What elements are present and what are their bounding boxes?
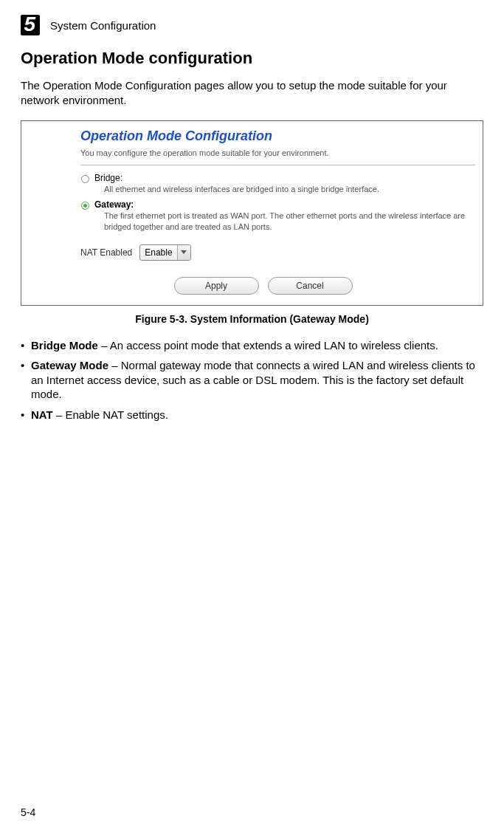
figure-caption: Figure 5-3. System Information (Gateway … (21, 313, 483, 325)
def-nat: – Enable NAT settings. (53, 408, 168, 421)
radio-unchecked-icon (80, 174, 90, 184)
section-title: Operation Mode configuration (21, 49, 483, 68)
list-item: • NAT – Enable NAT settings. (21, 408, 483, 422)
cancel-button[interactable]: Cancel (268, 277, 353, 295)
definition-list: • Bridge Mode – An access point mode tha… (21, 338, 483, 422)
section-intro: The Operation Mode Configuration pages a… (21, 78, 483, 107)
page-header: 5 System Configuration (21, 15, 483, 35)
nat-select-value: Enable (140, 247, 176, 258)
gateway-radio-row[interactable]: Gateway: (80, 199, 475, 210)
bullet-icon: • (21, 338, 31, 353)
screenshot-subtitle: You may configure the operation mode sui… (80, 148, 475, 157)
screenshot-title: Operation Mode Configuration (80, 128, 475, 144)
button-row: Apply Cancel (51, 277, 475, 295)
bullet-icon: • (21, 408, 31, 422)
bridge-radio-desc: All ethernet and wireless interfaces are… (104, 184, 475, 195)
config-screenshot: Operation Mode Configuration You may con… (21, 120, 483, 306)
gateway-radio-label: Gateway: (94, 199, 134, 210)
chapter-number-badge: 5 (21, 15, 40, 35)
bridge-radio-label: Bridge: (94, 173, 122, 183)
nat-row: NAT Enabled Enable (80, 244, 475, 261)
def-bridge: – An access point mode that extends a wi… (98, 339, 438, 352)
radio-checked-icon (80, 201, 90, 210)
chapter-title: System Configuration (50, 19, 156, 32)
divider (80, 165, 475, 165)
svg-point-0 (82, 176, 89, 183)
page-number: 5-4 (21, 806, 35, 818)
term-nat: NAT (31, 408, 53, 421)
nat-label: NAT Enabled (80, 247, 132, 258)
svg-point-2 (83, 204, 87, 208)
gateway-radio-desc: The first ethernet port is treated as WA… (104, 210, 475, 233)
list-item: • Gateway Mode – Normal gateway mode tha… (21, 358, 483, 402)
list-item: • Bridge Mode – An access point mode tha… (21, 338, 483, 353)
bridge-radio-row[interactable]: Bridge: (80, 173, 475, 184)
bullet-icon: • (21, 358, 31, 402)
term-gateway: Gateway Mode (31, 359, 108, 371)
chevron-down-icon (177, 245, 190, 260)
apply-button[interactable]: Apply (174, 277, 259, 295)
svg-marker-3 (181, 250, 187, 254)
term-bridge: Bridge Mode (31, 339, 98, 352)
nat-select[interactable]: Enable (139, 244, 190, 261)
